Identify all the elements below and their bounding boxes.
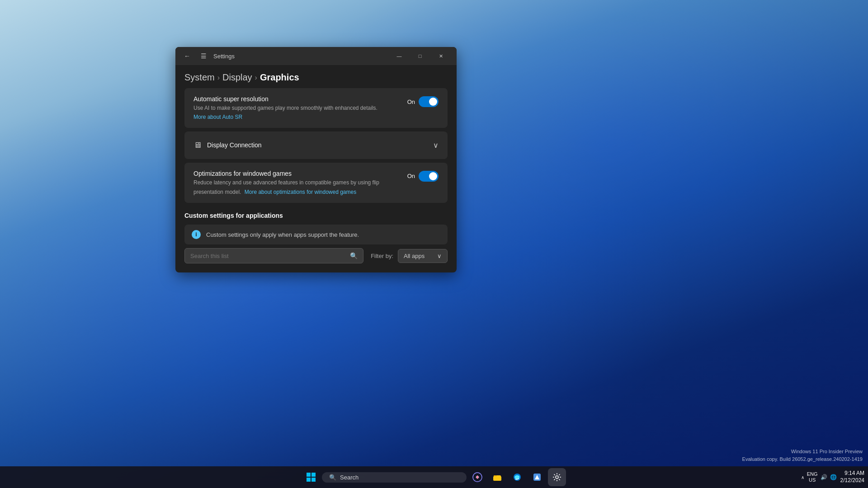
back-button[interactable]: ← bbox=[181, 50, 193, 62]
windowed-games-toggle-track bbox=[419, 171, 439, 182]
windowed-games-toggle-thumb bbox=[429, 172, 437, 180]
auto-sr-toggle[interactable] bbox=[419, 96, 439, 107]
auto-sr-toggle-thumb bbox=[429, 98, 437, 106]
windowed-games-title: Optimizations for windowed games bbox=[193, 170, 400, 177]
windowed-games-description: Reduce latency and use advanced features… bbox=[193, 179, 400, 196]
filter-label: Filter by: bbox=[371, 253, 393, 259]
svg-rect-2 bbox=[307, 478, 311, 482]
filter-row: Filter by: All apps ∨ bbox=[371, 249, 448, 263]
search-input[interactable] bbox=[190, 253, 346, 259]
filter-select[interactable]: All apps ∨ bbox=[398, 249, 448, 263]
auto-sr-toggle-label: On bbox=[407, 99, 415, 105]
svg-point-10 bbox=[556, 476, 558, 479]
taskbar-right: ∧ ENG US 🔊 🌐 9:14 AM 2/12/2024 bbox=[801, 470, 864, 484]
auto-sr-description: Use AI to make supported games play more… bbox=[193, 104, 400, 112]
edge-browser-button[interactable] bbox=[508, 468, 526, 486]
tray-chevron[interactable]: ∧ bbox=[801, 475, 804, 480]
svg-rect-1 bbox=[311, 473, 316, 477]
window-controls: — □ ✕ bbox=[389, 49, 451, 63]
svg-rect-3 bbox=[311, 478, 316, 482]
close-button[interactable]: ✕ bbox=[430, 49, 451, 63]
info-icon: i bbox=[192, 230, 201, 239]
file-explorer-button[interactable] bbox=[488, 468, 506, 486]
windowed-games-card: Optimizations for windowed games Reduce … bbox=[184, 163, 448, 203]
info-banner: i Custom settings only apply when apps s… bbox=[184, 225, 448, 244]
svg-rect-7 bbox=[493, 476, 501, 481]
auto-sr-title: Automatic super resolution bbox=[193, 95, 400, 103]
breadcrumb-system[interactable]: System bbox=[184, 72, 215, 83]
maximize-button[interactable]: □ bbox=[410, 49, 430, 63]
display-connection-row: 🖥 Display Connection ∨ bbox=[193, 139, 439, 152]
taskbar-search-label: Search bbox=[340, 474, 359, 481]
menu-button[interactable]: ☰ bbox=[197, 50, 210, 62]
system-tray: ∧ ENG US 🔊 🌐 bbox=[801, 471, 837, 483]
search-box[interactable]: 🔍 bbox=[184, 248, 363, 263]
settings-taskbar-button[interactable] bbox=[548, 468, 566, 486]
taskbar-search[interactable]: 🔍 Search bbox=[322, 472, 467, 483]
copilot-button[interactable] bbox=[468, 468, 486, 486]
taskbar-date-display: 2/12/2024 bbox=[840, 477, 864, 484]
settings-content[interactable]: Automatic super resolution Use AI to mak… bbox=[175, 88, 457, 272]
minimize-button[interactable]: — bbox=[389, 49, 410, 63]
custom-settings-heading: Custom settings for applications bbox=[184, 212, 448, 219]
taskbar: 🔍 Search bbox=[0, 466, 868, 488]
filter-value: All apps bbox=[404, 253, 425, 259]
taskbar-time-display: 9:14 AM bbox=[840, 470, 864, 477]
display-icon: 🖥 bbox=[193, 141, 202, 150]
windowed-games-toggle-label: On bbox=[407, 173, 415, 179]
app-button[interactable] bbox=[528, 468, 546, 486]
breadcrumb: System › Display › Graphics bbox=[184, 72, 448, 83]
breadcrumb-display[interactable]: Display bbox=[222, 72, 252, 83]
windowed-games-toggle[interactable] bbox=[419, 171, 439, 182]
taskbar-center: 🔍 Search bbox=[302, 468, 566, 486]
title-bar: ← ☰ Settings — □ ✕ bbox=[175, 47, 457, 65]
auto-sr-link[interactable]: More about Auto SR bbox=[193, 114, 242, 120]
lang-display: ENG US bbox=[807, 471, 818, 483]
svg-rect-0 bbox=[307, 473, 311, 477]
breadcrumb-bar: System › Display › Graphics bbox=[175, 65, 457, 88]
auto-sr-info: Automatic super resolution Use AI to mak… bbox=[193, 95, 400, 121]
breadcrumb-sep1: › bbox=[217, 74, 220, 82]
auto-sr-control: On bbox=[407, 95, 439, 107]
display-connection-card[interactable]: 🖥 Display Connection ∨ bbox=[184, 131, 448, 159]
display-connection-chevron[interactable]: ∨ bbox=[433, 141, 439, 150]
network-icon[interactable]: 🌐 bbox=[830, 474, 837, 480]
start-button[interactable] bbox=[302, 468, 320, 486]
auto-sr-card: Automatic super resolution Use AI to mak… bbox=[184, 88, 448, 128]
speaker-icon[interactable]: 🔊 bbox=[821, 474, 827, 480]
display-connection-left: 🖥 Display Connection bbox=[193, 141, 262, 150]
search-icon[interactable]: 🔍 bbox=[350, 252, 358, 259]
breadcrumb-sep2: › bbox=[255, 74, 257, 82]
taskbar-search-icon: 🔍 bbox=[329, 474, 336, 481]
auto-sr-toggle-track bbox=[419, 96, 439, 107]
settings-window: ← ☰ Settings — □ ✕ System › Display › Gr… bbox=[175, 47, 457, 272]
window-title: Settings bbox=[213, 53, 235, 60]
filter-chevron-icon: ∨ bbox=[437, 253, 442, 259]
windowed-games-control: On bbox=[407, 170, 439, 182]
windowed-games-link[interactable]: More about optimizations for windowed ga… bbox=[245, 188, 356, 196]
windowed-games-info: Optimizations for windowed games Reduce … bbox=[193, 170, 400, 196]
breadcrumb-graphics: Graphics bbox=[260, 72, 299, 83]
search-filter-row: 🔍 Filter by: All apps ∨ bbox=[184, 248, 448, 263]
info-text: Custom settings only apply when apps sup… bbox=[206, 231, 359, 238]
taskbar-clock[interactable]: 9:14 AM 2/12/2024 bbox=[840, 470, 864, 484]
display-connection-label: Display Connection bbox=[207, 141, 262, 149]
